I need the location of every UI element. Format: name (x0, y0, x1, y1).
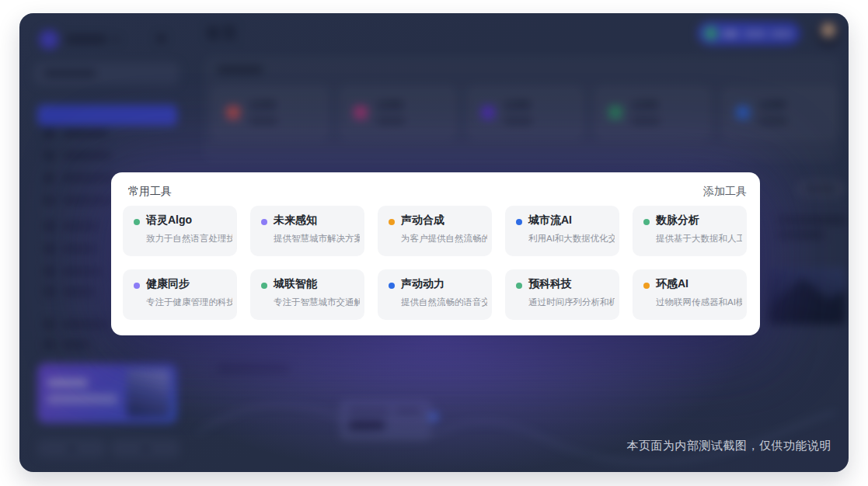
modal-title: 常用工具 (128, 185, 172, 199)
tool-name: 声动动力 (401, 277, 444, 291)
tool-status-dot-icon (643, 283, 650, 289)
tool-description: 专注于健康管理的科技公司... (146, 297, 232, 308)
tool-description: 提供自然流畅的语音交互解... (401, 297, 487, 308)
tool-description: 为客户提供自然流畅的语音... (401, 233, 487, 245)
tool-status-dot-icon (516, 283, 522, 289)
tool-card[interactable]: 健康同步 专注于健康管理的科技公司... (123, 269, 237, 320)
tool-name: 预科科技 (528, 277, 572, 291)
tool-description: 过物联网传感器和AI模型实... (656, 297, 742, 308)
tool-card[interactable]: 数脉分析 提供基于大数据和人工智能... (633, 206, 747, 256)
tool-card[interactable]: 环感AI 过物联网传感器和AI模型实... (633, 269, 747, 320)
tool-status-dot-icon (516, 219, 522, 225)
disclaimer-text: 本页面为内部测试截图，仅供功能说明 (627, 439, 832, 453)
tool-status-dot-icon (389, 283, 395, 289)
add-tool-button[interactable]: 添加工具 (703, 185, 747, 199)
tool-card[interactable]: 城市流AI 利用AI和大数据优化交通流... (505, 206, 619, 256)
tool-card[interactable]: 城联智能 专注于智慧城市交通解决方... (250, 269, 364, 320)
tool-name: 城联智能 (274, 277, 317, 291)
tool-description: 致力于自然语言处理技术的... (146, 233, 232, 245)
tool-card[interactable]: 声动动力 提供自然流畅的语音交互解... (378, 269, 492, 320)
tool-name: 数脉分析 (656, 213, 699, 227)
tool-name: 健康同步 (146, 277, 190, 291)
common-tools-modal: 常用工具 添加工具 语灵Algo 致力于自然语言处理技术的... 未来感知 提供… (111, 172, 760, 335)
tool-description: 提供基于大数据和人工智能... (656, 233, 742, 245)
tool-description: 利用AI和大数据优化交通流... (528, 233, 615, 245)
tool-card[interactable]: 预科科技 通过时间序列分析和机器学... (505, 269, 619, 320)
tool-description: 专注于智慧城市交通解决方... (274, 297, 360, 308)
tool-name: 声动合成 (401, 213, 444, 227)
tool-name: 语灵Algo (146, 213, 192, 227)
tool-status-dot-icon (134, 219, 140, 225)
tool-name: 未来感知 (274, 213, 317, 227)
tool-description: 通过时间序列分析和机器学... (528, 297, 615, 308)
tool-status-dot-icon (643, 219, 650, 225)
tool-status-dot-icon (389, 219, 395, 225)
tool-card[interactable]: 语灵Algo 致力于自然语言处理技术的... (123, 206, 237, 256)
tool-name: 城市流AI (528, 213, 572, 227)
tool-description: 提供智慧城市解决方案的创... (274, 233, 360, 245)
tool-card[interactable]: 声动合成 为客户提供自然流畅的语音... (378, 206, 492, 256)
tool-name: 环感AI (656, 277, 688, 291)
tool-status-dot-icon (134, 283, 140, 289)
app-window: 首页 1289 1289 1289 1289 (19, 13, 849, 472)
tool-card[interactable]: 未来感知 提供智慧城市解决方案的创... (250, 206, 364, 256)
tool-status-dot-icon (261, 283, 267, 289)
tool-status-dot-icon (261, 219, 267, 225)
